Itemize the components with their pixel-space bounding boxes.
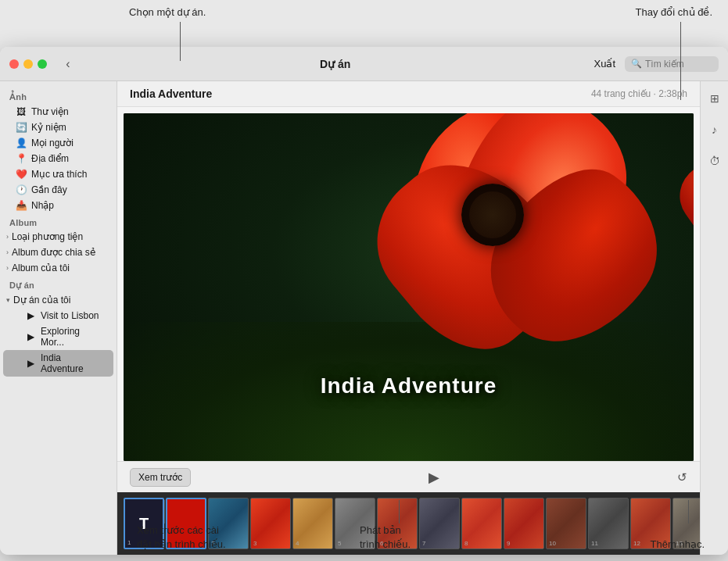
frame-2-number: 2 (211, 540, 214, 547)
chevron-myalbum-icon: › (6, 264, 9, 272)
film-frame-1[interactable]: T 1 (124, 498, 164, 549)
import-icon: 📥 (16, 200, 27, 211)
film-frame-4[interactable]: 4 (292, 498, 333, 549)
play-button[interactable]: ▶ (423, 466, 445, 488)
search-input[interactable] (645, 59, 708, 70)
frame-1-number: 1 (127, 539, 131, 546)
frame-5-number: 5 (338, 540, 341, 547)
exploring-label: Exploring Mor... (41, 326, 104, 348)
import-label: Nhập (31, 200, 54, 211)
main-poppy (352, 113, 649, 410)
film-frame-10[interactable]: 10 (546, 498, 586, 549)
minimize-button[interactable] (23, 59, 33, 69)
my-projects-label: Dự án của tôi (13, 295, 70, 306)
small-petal-3 (668, 148, 694, 259)
project-title: India Adventure (130, 88, 212, 100)
frame-3-number: 3 (253, 540, 256, 547)
project-section-label: Dự án (0, 276, 117, 292)
frame-6-number: 6 (380, 540, 383, 547)
sidebar-item-memories[interactable]: 🔄 Kỷ niệm (3, 120, 113, 135)
film-frame-2[interactable]: 2 (208, 498, 249, 549)
recent-icon: 🕐 (16, 184, 27, 195)
film-frame-11[interactable]: 11 (588, 498, 629, 549)
traffic-lights (9, 59, 47, 69)
frame-13-number: 13 (676, 540, 683, 547)
layout-icon[interactable]: ⊞ (704, 88, 726, 109)
favorites-icon: ❤️ (16, 169, 27, 180)
music-icon[interactable]: ♪ (704, 119, 726, 141)
india-label: India Adventure (41, 352, 104, 374)
library-label: Thư viện (31, 106, 69, 117)
visit-lisbon-label: Visit to Lisbon (41, 310, 99, 321)
photos-section-label: Ảnh (0, 88, 117, 104)
frame-7-number: 7 (422, 540, 425, 547)
content-area: India Adventure 44 trang chiếu · 2:38ph (117, 81, 700, 555)
sidebar-item-people[interactable]: 👤 Mọi người (3, 135, 113, 151)
film-frame-1b[interactable] (166, 498, 206, 549)
chevron-shared-icon: › (6, 248, 9, 256)
main-window: ‹ Dự án Xuất 🔍 Ảnh 🖼 Thư viện 🔄 Kỷ niệm (0, 47, 728, 555)
film-frame-3[interactable]: 3 (250, 498, 291, 549)
slideshow-icon-exploring: ▶ (25, 331, 36, 342)
duration-icon[interactable]: ⏱ (704, 150, 726, 172)
shared-album-header[interactable]: › Album được chia sẻ (0, 245, 117, 260)
project-header: India Adventure 44 trang chiếu · 2:38ph (117, 81, 700, 107)
frame-8-number: 8 (464, 540, 468, 547)
film-frame-13[interactable]: 13 (672, 498, 700, 549)
sidebar-item-favorites[interactable]: ❤️ Mục ưa thích (3, 166, 113, 182)
frame-12-number: 12 (633, 540, 640, 547)
annotation-change-theme: Thay đổi chủ đề. (636, 6, 712, 18)
library-icon: 🖼 (16, 106, 27, 117)
film-frame-12[interactable]: 12 (630, 498, 671, 549)
annotation-choose-project: Chọn một dự án. (129, 6, 206, 18)
film-frame-8[interactable]: 8 (461, 498, 502, 549)
sidebar: Ảnh 🖼 Thư viện 🔄 Kỷ niệm 👤 Mọi người 📍 Đ… (0, 81, 117, 555)
sidebar-item-library[interactable]: 🖼 Thư viện (3, 104, 113, 120)
shared-album-label: Album được chia sẻ (12, 247, 95, 258)
main-content: Ảnh 🖼 Thư viện 🔄 Kỷ niệm 👤 Mọi người 📍 Đ… (0, 81, 728, 555)
titlebar-actions: Xuất 🔍 (594, 56, 719, 72)
search-box[interactable]: 🔍 (625, 56, 719, 72)
sidebar-item-visit-lisbon[interactable]: ▶ Visit to Lisbon (3, 308, 113, 323)
sidebar-item-india[interactable]: ▶ India Adventure (3, 350, 113, 377)
media-type-label: Loại phương tiện (12, 231, 83, 242)
frame-4-number: 4 (296, 540, 299, 547)
sidebar-item-import[interactable]: 📥 Nhập (3, 198, 113, 213)
slideshow-icon-lisbon: ▶ (25, 310, 36, 321)
media-type-header[interactable]: › Loại phương tiện (0, 229, 117, 245)
recent-label: Gần đây (31, 184, 67, 195)
export-button[interactable]: Xuất (594, 58, 615, 70)
slideshow-viewer: India Adventure (124, 113, 694, 461)
chevron-projects-icon: ▾ (6, 296, 10, 304)
my-projects-header[interactable]: ▾ Dự án của tôi (0, 292, 117, 308)
my-album-header[interactable]: › Album của tôi (0, 260, 117, 276)
slideshow-icon-india: ▶ (25, 358, 36, 369)
film-frame-6[interactable]: 6 (377, 498, 418, 549)
sidebar-item-places[interactable]: 📍 Địa điểm (3, 151, 113, 166)
project-meta: 44 trang chiếu · 2:38ph (591, 88, 687, 99)
repeat-button[interactable]: ↺ (677, 470, 687, 484)
album-section-label: Album (0, 213, 117, 229)
slide-content: India Adventure (124, 113, 694, 461)
memories-icon: 🔄 (16, 122, 27, 133)
frame-10-number: 10 (549, 540, 556, 547)
frame-9-number: 9 (507, 540, 510, 547)
places-icon: 📍 (16, 153, 27, 164)
film-frame-5[interactable]: 5 (335, 498, 375, 549)
sidebar-item-exploring[interactable]: ▶ Exploring Mor... (3, 323, 113, 350)
back-button[interactable]: ‹ (59, 55, 77, 73)
people-label: Mọi người (31, 138, 74, 148)
right-panel: ⊞ ♪ ⏱ (700, 81, 728, 555)
nav-back-area: ‹ (59, 55, 77, 73)
film-frame-9[interactable]: 9 (504, 498, 544, 549)
close-button[interactable] (9, 59, 19, 69)
maximize-button[interactable] (38, 59, 47, 69)
film-frame-7[interactable]: 7 (419, 498, 460, 549)
slide-title: India Adventure (124, 373, 694, 398)
my-album-label: Album của tôi (12, 263, 70, 273)
poppy-center (461, 184, 524, 246)
filmstrip: T 1 2 3 4 5 6 (117, 492, 700, 555)
titlebar: ‹ Dự án Xuất 🔍 (0, 47, 728, 81)
sidebar-item-recent[interactable]: 🕐 Gần đây (3, 182, 113, 198)
preview-button[interactable]: Xem trước (130, 468, 191, 487)
